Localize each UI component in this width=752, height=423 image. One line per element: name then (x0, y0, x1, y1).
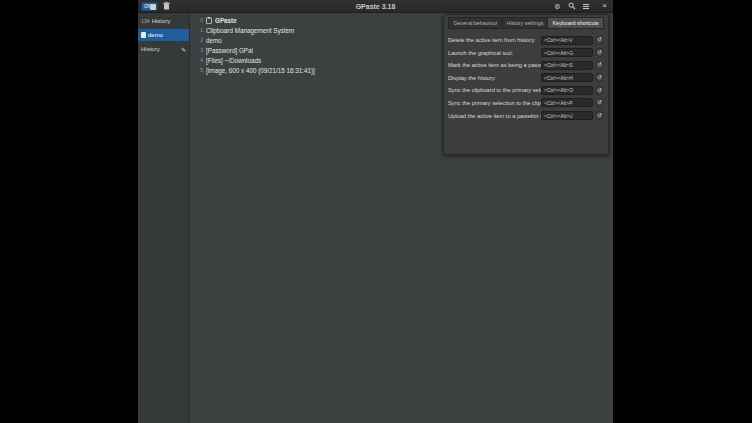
header-bar: GPaste 3.18 ON ⚙ (138, 0, 613, 13)
tab-general-behaviour[interactable]: General behaviour (448, 17, 501, 29)
header-right-actions: ⚙ × (552, 1, 610, 11)
reset-shortcut-button[interactable]: ↺ (595, 111, 604, 120)
sidebar-item-history[interactable]: 134 History (138, 15, 189, 27)
settings-tabs: General behaviour History settings Keybo… (444, 17, 608, 29)
sidebar-item-label: demo (148, 32, 163, 38)
reset-icon: ↺ (597, 37, 602, 43)
shortcut-input[interactable] (541, 73, 593, 82)
reset-icon: ↺ (597, 88, 602, 94)
item-label: [Image, 600 x 400 (09/21/15 16:31:41)] (206, 67, 315, 74)
clipboard-icon (206, 17, 212, 24)
history-icon (141, 32, 146, 38)
item-label: [Password] GPal (206, 47, 253, 54)
item-index: 5 (198, 67, 203, 73)
item-index: 4 (198, 57, 203, 63)
menu-button[interactable] (580, 1, 591, 11)
gear-icon: ⚙ (554, 3, 560, 10)
item-label: Clipboard Management System (206, 27, 294, 34)
shortcut-label: Upload the active item to a pastebin ser… (448, 113, 541, 119)
item-index: 1 (198, 27, 203, 33)
history-count-badge: 134 (141, 18, 150, 24)
pencil-icon: ✎ (181, 46, 186, 53)
settings-panel: General behaviour History settings Keybo… (443, 14, 609, 155)
reset-shortcut-button[interactable]: ↺ (595, 98, 604, 107)
tab-history-settings[interactable]: History settings (502, 17, 548, 29)
shortcut-row-display-history: Display the history: ↺ (448, 73, 604, 83)
item-index: 3 (198, 47, 203, 53)
item-label: GPaste (215, 17, 237, 24)
keyboard-shortcuts-list: Delete the active item from history: ↺ L… (444, 35, 608, 121)
shortcut-input[interactable] (541, 98, 593, 107)
shortcut-input[interactable] (541, 86, 593, 95)
desktop-background: GPaste 3.18 ON ⚙ (0, 0, 752, 423)
item-label: demo (206, 37, 222, 44)
shortcut-input[interactable] (541, 48, 593, 57)
switch-knob (150, 4, 156, 10)
shortcut-input[interactable] (541, 111, 593, 120)
reset-icon: ↺ (597, 50, 602, 56)
empty-history-button[interactable] (161, 1, 172, 11)
trash-icon (163, 2, 170, 11)
search-icon (568, 2, 576, 11)
sidebar-item-label: History (152, 18, 171, 24)
shortcut-label: Mark the active item as being a password… (448, 62, 541, 68)
shortcut-row-upload-pastebin: Upload the active item to a pastebin ser… (448, 111, 604, 121)
shortcut-label: Launch the graphical tool: (448, 50, 541, 56)
history-list-area: 0 GPaste 1 Clipboard Management System 2… (190, 13, 613, 423)
sidebar-item-demo[interactable]: demo (138, 29, 189, 41)
sidebar-item-label: History (141, 46, 160, 52)
reset-icon: ↺ (597, 62, 602, 68)
shortcut-label: Sync the clipboard to the primary select… (448, 87, 541, 93)
shortcut-input[interactable] (541, 61, 593, 70)
window-body: 134 History demo History ✎ 0 (138, 13, 613, 423)
close-button[interactable]: × (599, 1, 610, 11)
menu-icon (583, 4, 589, 9)
shortcut-label: Sync the primary selection to the clipbo… (448, 100, 541, 106)
reset-shortcut-button[interactable]: ↺ (595, 48, 604, 57)
settings-button[interactable]: ⚙ (552, 1, 563, 11)
shortcut-label: Display the history: (448, 75, 541, 81)
item-label: [Files] ~/Downloads (206, 57, 261, 64)
gpaste-window: GPaste 3.18 ON ⚙ (138, 0, 613, 423)
reset-shortcut-button[interactable]: ↺ (595, 73, 604, 82)
shortcut-row-sync-clipboard-primary: Sync the clipboard to the primary select… (448, 85, 604, 95)
shortcut-row-sync-primary-clipboard: Sync the primary selection to the clipbo… (448, 98, 604, 108)
shortcut-row-delete-active: Delete the active item from history: ↺ (448, 35, 604, 45)
tracking-switch[interactable]: ON (141, 2, 158, 11)
shortcut-label: Delete the active item from history: (448, 37, 541, 43)
tab-keyboard-shortcuts[interactable]: Keyboard shortcuts (547, 17, 603, 29)
reset-shortcut-button[interactable]: ↺ (595, 36, 604, 45)
reset-icon: ↺ (597, 100, 602, 106)
reset-shortcut-button[interactable]: ↺ (595, 86, 604, 95)
reset-icon: ↺ (597, 75, 602, 81)
shortcut-row-mark-password: Mark the active item as being a password… (448, 60, 604, 70)
shortcut-input[interactable] (541, 36, 593, 45)
window-title: GPaste 3.18 (138, 3, 613, 10)
histories-sidebar: 134 History demo History ✎ (138, 13, 190, 423)
item-index: 0 (198, 17, 203, 23)
reset-icon: ↺ (597, 113, 602, 119)
shortcut-row-launch-ui: Launch the graphical tool: ↺ (448, 48, 604, 58)
search-button[interactable] (566, 1, 577, 11)
reset-shortcut-button[interactable]: ↺ (595, 61, 604, 70)
item-index: 2 (198, 37, 203, 43)
sidebar-item-history-edit[interactable]: History ✎ (138, 43, 189, 55)
